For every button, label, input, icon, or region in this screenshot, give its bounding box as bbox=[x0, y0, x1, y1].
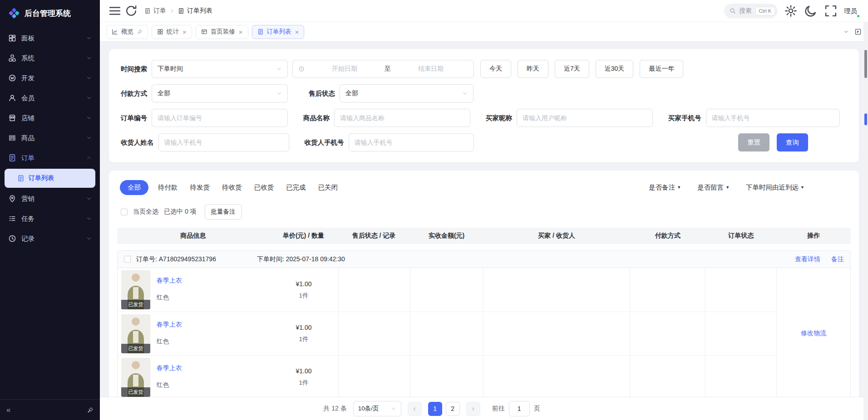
scrollbar-thumb[interactable] bbox=[864, 50, 867, 78]
sidebar-item-shop[interactable]: 店铺 bbox=[0, 108, 100, 128]
gear-icon[interactable] bbox=[784, 4, 798, 18]
empty-cell bbox=[410, 312, 483, 355]
fullscreen-icon[interactable] bbox=[824, 4, 838, 18]
payment-select[interactable]: 全部 bbox=[152, 84, 288, 103]
select-all-checkbox[interactable] bbox=[121, 209, 128, 215]
app-title: 后台管理系统 bbox=[25, 8, 71, 19]
sidebar-item-system[interactable]: 系统 bbox=[0, 48, 100, 68]
status-tab-pending-pay[interactable]: 待付款 bbox=[158, 183, 178, 192]
modify-logistics-link[interactable]: 修改物流 bbox=[801, 329, 826, 337]
order-no-value: A718029495231796 bbox=[159, 255, 216, 263]
tab-close-icon[interactable]: × bbox=[182, 29, 187, 35]
status-tab-pending-receive[interactable]: 待收货 bbox=[222, 183, 242, 192]
tab-close-icon[interactable]: × bbox=[295, 29, 299, 35]
product-image[interactable]: 已发货 bbox=[121, 358, 150, 397]
query-button[interactable]: 查询 bbox=[777, 133, 808, 151]
sidebar-subitem-order-list[interactable]: 订单列表 bbox=[5, 169, 95, 188]
global-search[interactable]: 搜索 Ctrl K bbox=[724, 4, 778, 18]
sidebar-item-record[interactable]: 记录 bbox=[0, 229, 100, 249]
page-2-button[interactable]: 2 bbox=[446, 402, 460, 416]
status-tab-closed[interactable]: 已关闭 bbox=[318, 183, 338, 192]
breadcrumb-item-order[interactable]: 订单 bbox=[144, 7, 166, 15]
product-name-link[interactable]: 春季上衣 bbox=[157, 321, 182, 329]
chevron-down-icon bbox=[86, 236, 92, 241]
product-info: 春季上衣红色 bbox=[157, 358, 182, 389]
tab-label: 统计 bbox=[167, 28, 179, 36]
sidebar-item-order[interactable]: 订单 bbox=[0, 148, 100, 168]
quick-range-last7days[interactable]: 近7天 bbox=[555, 60, 589, 78]
tab-stats[interactable]: 统计× bbox=[152, 25, 192, 39]
quick-range-today[interactable]: 今天 bbox=[480, 60, 511, 78]
receiver-phone-input[interactable] bbox=[349, 133, 474, 151]
sidebar-item-task[interactable]: 任务 bbox=[0, 209, 100, 229]
date-range-picker[interactable]: 开始日期 至 结束日期 bbox=[292, 60, 474, 78]
goods-name-input[interactable] bbox=[334, 109, 470, 127]
next-page-button[interactable]: › bbox=[466, 402, 480, 416]
buyer-phone-input[interactable] bbox=[706, 109, 840, 127]
product-qty: 1件 bbox=[299, 335, 308, 343]
remark-link[interactable]: 备注 bbox=[831, 255, 844, 264]
aftersale-select[interactable]: 全部 bbox=[340, 84, 473, 103]
order-no-text: 订单号: A718029495231796 bbox=[136, 255, 216, 264]
goto-suffix: 页 bbox=[534, 405, 540, 413]
buyer-nickname-input[interactable] bbox=[517, 109, 653, 127]
product-cell: 已发货春季上衣红色 bbox=[118, 268, 269, 312]
moon-icon[interactable] bbox=[804, 4, 818, 18]
product-name-link[interactable]: 春季上衣 bbox=[157, 364, 182, 372]
sidebar-item-marketing[interactable]: 营销 bbox=[0, 189, 100, 209]
caret-down-icon: ▼ bbox=[677, 185, 681, 190]
reset-button[interactable]: 重置 bbox=[738, 133, 769, 151]
sidebar-item-member[interactable]: 会员 bbox=[0, 88, 100, 108]
status-tab-all[interactable]: 全部 bbox=[120, 180, 148, 195]
time-type-select[interactable]: 下单时间 bbox=[152, 60, 288, 78]
product-image[interactable]: 已发货 bbox=[121, 314, 150, 353]
tab-close-icon[interactable]: × bbox=[239, 29, 243, 35]
status-tab-pending-ship[interactable]: 待发货 bbox=[190, 183, 210, 192]
quick-range-yesterday[interactable]: 昨天 bbox=[518, 60, 548, 78]
chevron-down-icon[interactable] bbox=[843, 29, 849, 34]
tab-overview[interactable]: 概览 bbox=[106, 25, 148, 39]
status-tab-received[interactable]: 已收货 bbox=[254, 183, 274, 192]
sidebar-subitem-label: 订单列表 bbox=[29, 174, 54, 182]
sidebar-item-dashboard[interactable]: 面板 bbox=[0, 28, 100, 48]
prev-page-button[interactable]: ‹ bbox=[408, 402, 422, 416]
quick-range-lastyear[interactable]: 最近一年 bbox=[640, 60, 683, 78]
sidebar-collapse-icon[interactable]: « bbox=[6, 405, 10, 415]
status-tab-completed[interactable]: 已完成 bbox=[286, 183, 306, 192]
vertical-scrollbar[interactable] bbox=[863, 22, 868, 420]
order-no-input[interactable] bbox=[152, 109, 288, 127]
breadcrumb-item-order-list[interactable]: 订单列表 bbox=[178, 7, 212, 15]
product-image[interactable]: 已发货 bbox=[121, 270, 150, 309]
user-avatar[interactable]: 理员 bbox=[844, 7, 859, 15]
app-logo-row[interactable]: 后台管理系统 bbox=[0, 0, 100, 26]
tab-order-list[interactable]: 订单列表× bbox=[252, 25, 305, 39]
sort-dropdown-has-remark[interactable]: 是否备注▼ bbox=[649, 183, 681, 192]
sort-dropdown-order-time[interactable]: 下单时间由近到远▼ bbox=[746, 183, 804, 192]
order-checkbox[interactable] bbox=[124, 256, 131, 263]
filter-card: 时间搜索 下单时间 开始日期 至 结束日期 今天昨天近7天近30天最近一年 bbox=[109, 49, 859, 162]
page-1-button[interactable]: 1 bbox=[428, 402, 442, 416]
product-price: ¥1.00 bbox=[296, 324, 311, 331]
sort-dropdown-has-message[interactable]: 是否留言▼ bbox=[697, 183, 730, 192]
product-name-link[interactable]: 春季上衣 bbox=[157, 277, 182, 285]
hamburger-menu-icon[interactable] bbox=[108, 4, 122, 18]
maximize-content-icon[interactable] bbox=[854, 28, 862, 35]
tab-home-deco[interactable]: 首页装修× bbox=[196, 25, 248, 39]
breadcrumb: 订单 订单列表 bbox=[144, 7, 212, 15]
sidebar-item-dev[interactable]: 开发 bbox=[0, 68, 100, 88]
page-number-list: 12 bbox=[428, 402, 460, 416]
product-cell: 已发货春季上衣红色 bbox=[118, 312, 269, 355]
batch-remark-button[interactable]: 批量备注 bbox=[205, 204, 242, 220]
filter-row-time: 时间搜索 下单时间 开始日期 至 结束日期 今天昨天近7天近30天最近一年 bbox=[121, 60, 847, 78]
payment-filter-group: 付款方式 全部 bbox=[121, 84, 288, 103]
chevron-down-icon bbox=[462, 91, 468, 96]
view-detail-link[interactable]: 查看详情 bbox=[795, 255, 820, 264]
quick-range-last30days[interactable]: 近30天 bbox=[596, 60, 634, 78]
column-header: 付款方式 bbox=[630, 232, 705, 240]
sidebar-item-goods[interactable]: 商品 bbox=[0, 128, 100, 148]
refresh-icon[interactable] bbox=[124, 4, 138, 18]
receiver-name-input[interactable] bbox=[158, 133, 289, 151]
page-size-select[interactable]: 10条/页 bbox=[353, 401, 401, 416]
sidebar-pin-icon[interactable] bbox=[87, 407, 94, 413]
goto-page-input[interactable] bbox=[509, 401, 530, 416]
